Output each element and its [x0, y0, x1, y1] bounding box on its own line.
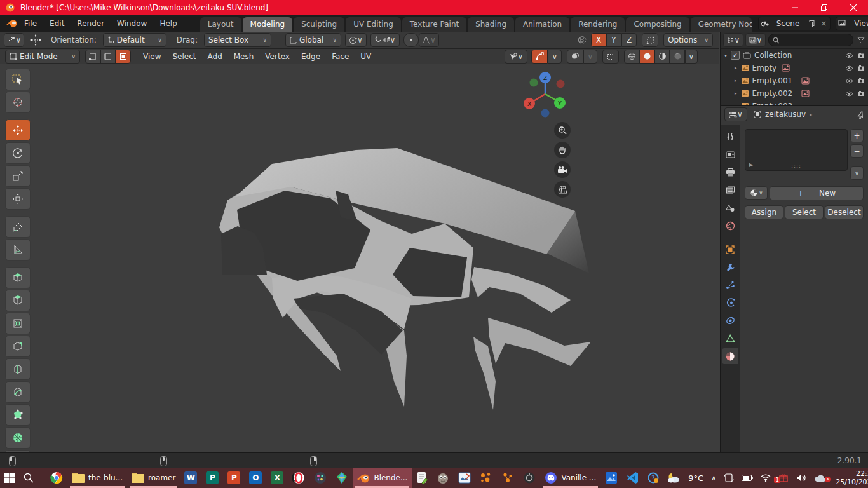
- hide-eye-icon[interactable]: [845, 91, 853, 97]
- disable-render-camera-icon[interactable]: [857, 65, 865, 71]
- tab-rendering[interactable]: Rendering: [571, 17, 625, 32]
- wireframe-shading-button[interactable]: [624, 50, 639, 64]
- onedrive-error-tray-icon[interactable]: ×: [810, 474, 831, 482]
- item-disclosure-icon[interactable]: ▸: [735, 78, 737, 83]
- vp-menu-uv[interactable]: UV: [355, 52, 377, 61]
- shading-dropdown[interactable]: ∨: [685, 50, 698, 64]
- blender-taskbar-button[interactable]: Blende...: [353, 468, 412, 488]
- discord-taskbar-button[interactable]: Vanille ...: [540, 468, 600, 488]
- menu-edit[interactable]: Edit: [43, 15, 71, 32]
- vp-menu-edge[interactable]: Edge: [295, 52, 326, 61]
- add-material-slot-button[interactable]: +: [850, 129, 864, 142]
- tab-layout[interactable]: Layout: [200, 17, 241, 32]
- proportional-editing-toggle[interactable]: [403, 33, 419, 47]
- powerpoint-taskbar-icon[interactable]: P: [223, 468, 245, 488]
- chrome-taskbar-icon[interactable]: [46, 468, 67, 488]
- mode-dropdown[interactable]: Edit Mode ∨: [5, 50, 80, 64]
- outliner-item-label[interactable]: Empty.002: [752, 89, 793, 98]
- collection-checkbox[interactable]: ✓: [731, 51, 740, 60]
- tab-compositing[interactable]: Compositing: [626, 17, 689, 32]
- select-button[interactable]: Select: [785, 205, 824, 219]
- tab-object-properties[interactable]: [722, 241, 738, 257]
- tab-particle-properties[interactable]: [722, 277, 738, 293]
- drag-dropdown[interactable]: Select Box ∨: [204, 33, 271, 47]
- outliner-item-label[interactable]: Empty.001: [752, 76, 793, 85]
- deselect-button[interactable]: Deselect: [825, 205, 864, 219]
- vp-menu-mesh[interactable]: Mesh: [228, 52, 260, 61]
- taskbar-clock[interactable]: 22:39 25/10/2021: [831, 470, 868, 486]
- tab-view-layer-properties[interactable]: [722, 182, 738, 198]
- outliner-item-label[interactable]: Collection: [754, 51, 792, 60]
- word-taskbar-icon[interactable]: W: [180, 468, 201, 488]
- tab-uv-editing[interactable]: UV Editing: [346, 17, 401, 32]
- outliner-row-empty-001[interactable]: ▸ Empty.001: [721, 74, 868, 87]
- snap-target-icon[interactable]: [642, 33, 658, 47]
- weather-tray-icon[interactable]: [663, 472, 684, 484]
- molecule-app-1-taskbar-icon[interactable]: [475, 468, 497, 488]
- gizmo-dropdown[interactable]: ∨: [548, 50, 562, 64]
- outliner-row-empty-002[interactable]: ▸ Empty.002: [721, 87, 868, 100]
- tray-overflow-chevron[interactable]: ∧: [707, 474, 720, 482]
- gift-notification-tray-icon[interactable]: 1: [775, 473, 792, 483]
- disable-render-camera-icon[interactable]: [857, 78, 865, 84]
- tab-output-properties[interactable]: [722, 165, 738, 180]
- tab-material-properties[interactable]: [722, 348, 738, 364]
- vp-menu-face[interactable]: Face: [326, 52, 355, 61]
- tablet-mode-tray-icon[interactable]: [720, 473, 738, 483]
- outliner-search[interactable]: [768, 34, 853, 46]
- tool-knife[interactable]: [5, 381, 31, 403]
- tool-inset-faces[interactable]: [5, 313, 31, 334]
- opera-taskbar-icon[interactable]: [288, 468, 309, 488]
- image-data-badge-icon[interactable]: [801, 90, 810, 97]
- outliner-item-label[interactable]: Empty: [752, 64, 777, 72]
- tab-shading[interactable]: Shading: [468, 17, 514, 32]
- mirror-x-button[interactable]: X: [591, 33, 606, 47]
- tool-bevel[interactable]: [5, 336, 31, 357]
- navigation-gizmo[interactable]: Z X Y: [520, 69, 571, 119]
- mirror-z-button[interactable]: Z: [621, 33, 637, 47]
- toggle-perspective-button[interactable]: [554, 181, 571, 198]
- remove-material-slot-button[interactable]: −: [850, 144, 864, 158]
- vscode-taskbar-icon[interactable]: [622, 468, 644, 488]
- publisher-taskbar-icon[interactable]: P: [201, 468, 223, 488]
- tool-loop-cut[interactable]: [5, 358, 31, 380]
- options-dropdown[interactable]: Options ∨: [663, 33, 713, 47]
- hide-eye-icon[interactable]: [845, 65, 853, 71]
- battery-tray-icon[interactable]: [738, 475, 757, 481]
- mirror-y-button[interactable]: Y: [606, 33, 621, 47]
- vp-menu-view[interactable]: View: [137, 52, 166, 61]
- face-select-mode[interactable]: [116, 50, 131, 64]
- temperature-label[interactable]: 9°C: [684, 473, 707, 483]
- tool-transform[interactable]: [5, 188, 31, 210]
- solid-shading-button[interactable]: [639, 50, 654, 64]
- snapping-dropdown[interactable]: ∨: [370, 33, 400, 47]
- show-gizmo-toggle[interactable]: [531, 50, 548, 64]
- tab-tool-properties[interactable]: [722, 129, 738, 145]
- outliner-row-empty-003-clipped[interactable]: ▸ Empty.003: [721, 100, 868, 105]
- orientation-dropdown[interactable]: Default ∨: [103, 33, 166, 47]
- vertex-select-mode[interactable]: [85, 50, 100, 64]
- disable-render-camera-icon[interactable]: [857, 90, 865, 97]
- tab-object-data-properties[interactable]: [722, 330, 738, 346]
- tab-geometry-nodes[interactable]: Geometry Nod: [691, 17, 752, 32]
- tab-modifier-properties[interactable]: [722, 259, 738, 275]
- tool-scale[interactable]: [5, 165, 31, 187]
- blender-menu-logo-icon[interactable]: [6, 19, 18, 28]
- scene-new-icon[interactable]: [804, 17, 817, 30]
- scene-unlink-icon[interactable]: ×: [817, 17, 830, 30]
- outliner-filter-mode-dropdown[interactable]: ∨: [745, 33, 766, 47]
- breadcrumb-object-name[interactable]: zeitakusuv: [765, 110, 806, 119]
- restore-button[interactable]: [810, 0, 839, 15]
- hide-eye-icon[interactable]: [845, 53, 853, 58]
- tab-sculpting[interactable]: Sculpting: [294, 17, 344, 32]
- material-slot-list[interactable]: ▶ ::::: [745, 129, 848, 171]
- slot-list-expand-icon[interactable]: ▶: [749, 162, 753, 168]
- explorer-window-2[interactable]: roamer: [127, 468, 180, 488]
- view-layer-name[interactable]: View Layer: [849, 19, 868, 28]
- dark-ring-app-taskbar-icon[interactable]: [519, 468, 540, 488]
- explorer-window-1[interactable]: the-blu...: [67, 468, 127, 488]
- wifi-tray-icon[interactable]: [757, 474, 775, 482]
- browse-material-button[interactable]: ∨: [745, 186, 768, 200]
- show-overlays-toggle[interactable]: [567, 50, 583, 64]
- hide-eye-icon[interactable]: [845, 78, 853, 84]
